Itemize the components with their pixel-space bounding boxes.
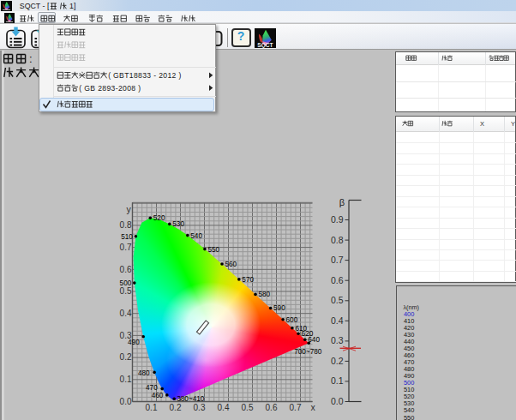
svg-text:( GB 2893-2008 ): ( GB 2893-2008 ) <box>79 84 141 93</box>
svg-text:( GBT18833 - 2012 ): ( GBT18833 - 2012 ) <box>108 71 181 80</box>
